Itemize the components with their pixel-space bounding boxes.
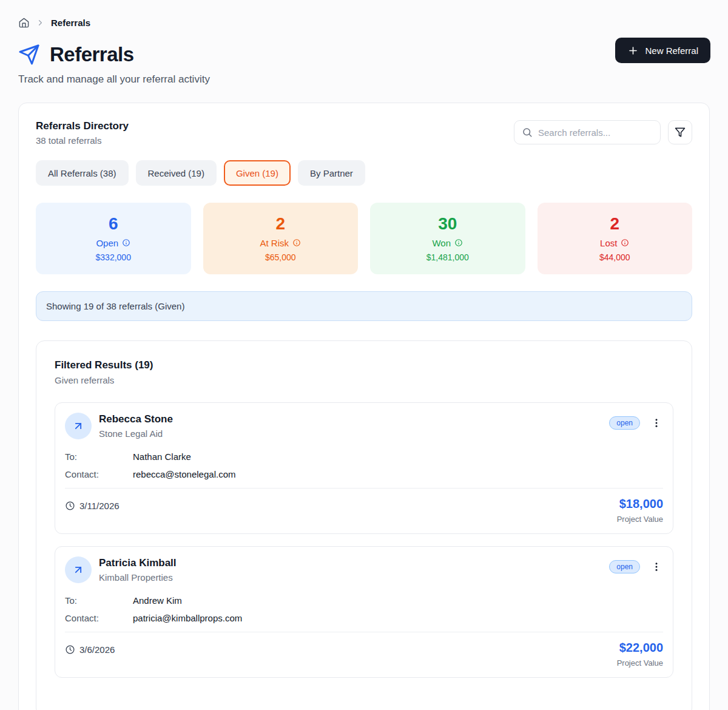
- referral-contact: rebecca@stonelegal.com: [133, 469, 235, 479]
- stat-open-count: 6: [43, 214, 184, 234]
- new-referral-button[interactable]: New Referral: [615, 38, 710, 63]
- referral-company: Stone Legal Aid: [99, 428, 173, 439]
- clock-icon: [65, 501, 75, 511]
- referral-contact: patricia@kimballprops.com: [133, 613, 242, 623]
- stat-risk-value: $65,000: [211, 252, 351, 262]
- more-options-button[interactable]: [650, 560, 663, 573]
- new-referral-label: New Referral: [645, 46, 698, 56]
- to-label: To:: [65, 451, 133, 462]
- project-value: $18,000: [617, 497, 663, 511]
- search-input[interactable]: [538, 127, 659, 138]
- referral-company: Kimball Properties: [99, 572, 177, 583]
- info-icon: [292, 238, 301, 247]
- results-subtitle: Given referrals: [55, 375, 673, 385]
- filtered-results-card: Filtered Results (19) Given referrals Re…: [36, 340, 692, 710]
- referral-date: 3/11/2026: [79, 501, 120, 511]
- directory-heading: Referrals Directory 38 total referrals: [36, 120, 129, 146]
- stat-card-open[interactable]: 6 Open $332,000: [36, 203, 191, 274]
- results-title: Filtered Results (19): [55, 359, 673, 371]
- referral-name: Patricia Kimball: [99, 557, 177, 569]
- info-icon: [454, 238, 463, 247]
- filter-button[interactable]: [668, 120, 692, 144]
- directory-subtitle: 38 total referrals: [36, 135, 129, 146]
- stat-open-value: $332,000: [43, 252, 184, 262]
- stat-card-won[interactable]: 30 Won $1,481,000: [370, 203, 525, 274]
- status-badge: open: [609, 560, 640, 573]
- referral-to: Andrew Kim: [133, 595, 182, 606]
- stat-lost-value: $44,000: [545, 252, 686, 262]
- search-icon: [522, 127, 533, 138]
- page-header: Referrals: [18, 43, 710, 66]
- referral-card[interactable]: Patricia Kimball Kimball Properties open: [55, 546, 673, 678]
- arrow-up-right-icon: [72, 564, 84, 576]
- showing-banner: Showing 19 of 38 referrals (Given): [36, 291, 692, 321]
- project-value-label: Project Value: [617, 658, 663, 668]
- stat-risk-count: 2: [211, 214, 351, 234]
- search-box[interactable]: [514, 120, 661, 144]
- stat-lost-label: Lost: [600, 238, 617, 248]
- tab-all-referrals[interactable]: All Referrals (38): [36, 160, 129, 186]
- stat-risk-label: At Risk: [260, 238, 289, 248]
- stat-card-lost[interactable]: 2 Lost $44,000: [538, 203, 693, 274]
- filter-icon: [675, 127, 686, 138]
- tab-received[interactable]: Received (19): [136, 160, 217, 186]
- referral-date: 3/6/2026: [79, 644, 115, 655]
- info-icon: [621, 238, 629, 247]
- stat-won-label: Won: [432, 238, 451, 248]
- contact-label: Contact:: [65, 469, 133, 479]
- info-icon: [122, 238, 130, 247]
- kebab-icon: [651, 561, 662, 572]
- arrow-up-right-icon: [72, 420, 84, 432]
- chevron-right-icon: [36, 18, 45, 27]
- tab-by-partner[interactable]: By Partner: [298, 160, 365, 186]
- plus-icon: [627, 45, 639, 56]
- referral-card[interactable]: Rebecca Stone Stone Legal Aid open: [55, 402, 673, 534]
- referrals-page: Referrals Referrals Track and manage all…: [0, 0, 728, 710]
- page-subtitle: Track and manage all your referral activ…: [18, 73, 710, 86]
- stat-won-count: 30: [377, 214, 518, 234]
- breadcrumb-current[interactable]: Referrals: [51, 18, 90, 28]
- referral-name: Rebecca Stone: [99, 413, 173, 425]
- send-icon: [18, 44, 40, 66]
- project-value: $22,000: [617, 641, 663, 655]
- contact-label: Contact:: [65, 613, 133, 623]
- status-badge: open: [609, 416, 640, 430]
- clock-icon: [65, 644, 75, 655]
- directory-title: Referrals Directory: [36, 120, 129, 132]
- tab-given[interactable]: Given (19): [224, 160, 291, 186]
- avatar: [65, 556, 92, 583]
- page-title: Referrals: [50, 43, 134, 66]
- referrals-directory-card: Referrals Directory 38 total referrals: [18, 103, 710, 710]
- avatar: [65, 413, 92, 439]
- breadcrumb: Referrals: [18, 17, 710, 29]
- referral-to: Nathan Clarke: [133, 451, 191, 462]
- home-icon[interactable]: [18, 17, 30, 29]
- filter-tabs: All Referrals (38) Received (19) Given (…: [36, 160, 692, 186]
- stat-open-label: Open: [96, 238, 118, 248]
- project-value-label: Project Value: [617, 515, 663, 524]
- stat-won-value: $1,481,000: [377, 252, 518, 262]
- to-label: To:: [65, 595, 133, 606]
- stats-row: 6 Open $332,000 2 At Risk $65,000 30 Won…: [36, 203, 692, 274]
- kebab-icon: [651, 418, 662, 428]
- stat-card-at-risk[interactable]: 2 At Risk $65,000: [203, 203, 359, 274]
- stat-lost-count: 2: [545, 214, 686, 234]
- more-options-button[interactable]: [650, 416, 663, 430]
